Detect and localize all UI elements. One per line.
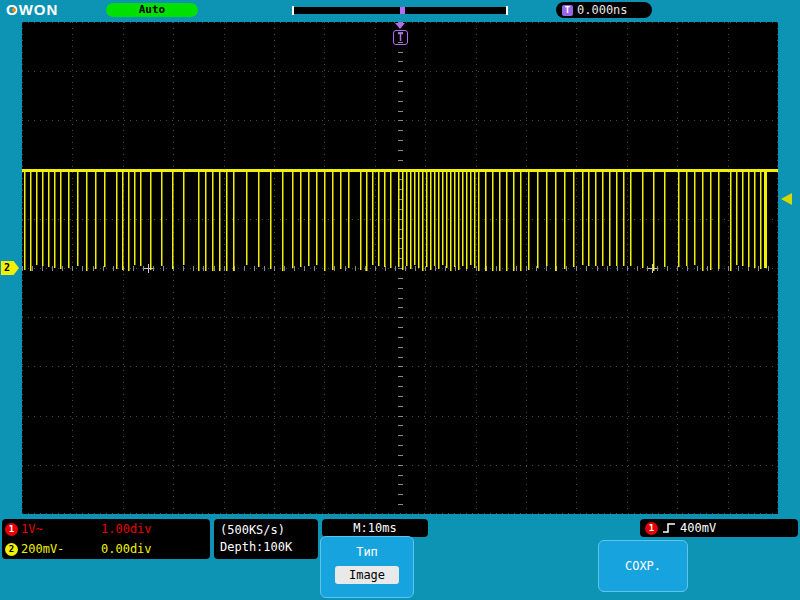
ch2-zero-marker[interactable]: 2 xyxy=(1,261,19,275)
ch2-scale: 200mV- xyxy=(21,542,64,556)
timebase-readout: M:10ms xyxy=(322,519,428,537)
logo-dot-icon xyxy=(12,8,16,12)
trigger-source-badge: 1 xyxy=(645,522,658,535)
type-button-value[interactable]: Image xyxy=(335,566,399,584)
ch1-info-row: 1 1V~ 1.00div xyxy=(2,519,210,539)
trigger-time-value: 0.000ns xyxy=(577,3,628,17)
ch2-info-row: 2 200mV- 0.00div xyxy=(2,539,210,559)
type-button[interactable]: Тип Image xyxy=(320,536,414,598)
posbar-left-tick xyxy=(292,6,294,15)
trigger-time-readout: T 0.000ns xyxy=(556,2,652,18)
oscilloscope-screen: OWON Auto T 0.000ns T 2 1 1V~ 1.00div 2 … xyxy=(0,0,800,600)
ch2-badge: 2 xyxy=(5,543,18,556)
ch1-scale: 1V~ xyxy=(21,522,43,536)
memory-depth: Depth:100K xyxy=(220,539,318,556)
trigger-info-panel: 1 400mV xyxy=(640,519,798,537)
type-button-label: Тип xyxy=(321,545,413,559)
waveform-canvas xyxy=(22,22,778,514)
sample-rate: (500KS/s) xyxy=(220,522,318,539)
posbar-trigger-marker-icon[interactable] xyxy=(400,7,405,14)
acquire-mode-indicator: Auto xyxy=(106,3,198,17)
ch1-badge: 1 xyxy=(5,523,18,536)
acquisition-info-panel: (500KS/s) Depth:100K xyxy=(214,519,318,559)
trigger-icon: T xyxy=(562,5,573,16)
rising-edge-icon xyxy=(662,522,676,534)
trigger-level-arrow-icon[interactable] xyxy=(781,193,792,205)
waveform-display: T xyxy=(22,22,778,514)
save-button[interactable]: СОХР. xyxy=(598,540,688,592)
channel-info-panel: 1 1V~ 1.00div 2 200mV- 0.00div xyxy=(2,519,210,559)
trigger-level-value: 400mV xyxy=(680,521,716,535)
horizontal-position-bar[interactable] xyxy=(292,7,508,14)
trigger-position-triangle-icon[interactable] xyxy=(395,23,405,29)
ch2-position: 0.00div xyxy=(101,542,152,556)
trigger-position-marker[interactable]: T xyxy=(393,30,408,45)
posbar-right-tick xyxy=(506,6,508,15)
ch1-position: 1.00div xyxy=(101,522,152,536)
